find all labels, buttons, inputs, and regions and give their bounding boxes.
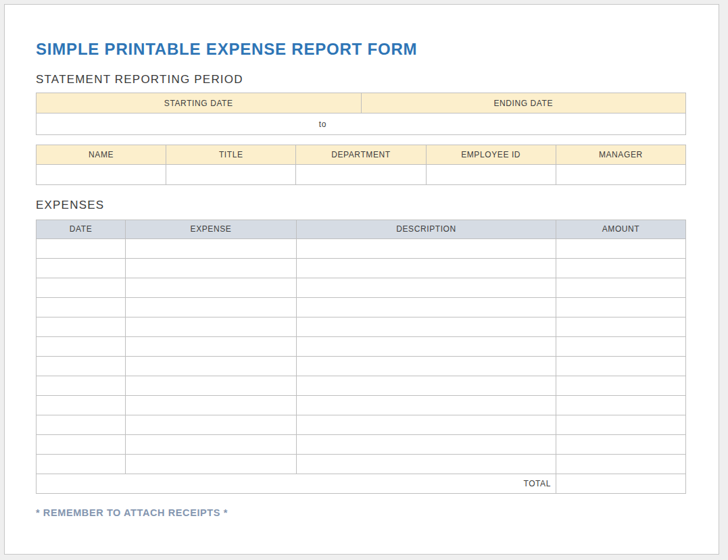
expense-cell[interactable] xyxy=(297,336,556,356)
name-header: NAME xyxy=(37,145,166,165)
expense-cell[interactable] xyxy=(556,415,686,434)
document-page: SIMPLE PRINTABLE EXPENSE REPORT FORM STA… xyxy=(4,4,719,555)
expense-cell[interactable] xyxy=(556,317,686,336)
total-label: TOTAL xyxy=(37,474,556,493)
document-content: SIMPLE PRINTABLE EXPENSE REPORT FORM STA… xyxy=(36,5,685,518)
expense-cell[interactable] xyxy=(126,376,297,395)
expense-cell[interactable] xyxy=(126,278,297,297)
expense-cell[interactable] xyxy=(37,278,126,297)
expense-row xyxy=(37,297,686,317)
expense-cell[interactable] xyxy=(297,434,556,454)
expense-cell[interactable] xyxy=(556,454,686,474)
expense-cell[interactable] xyxy=(556,278,686,297)
reporting-period-value-row: to xyxy=(37,113,686,135)
expense-row xyxy=(37,356,686,376)
page-title: SIMPLE PRINTABLE EXPENSE REPORT FORM xyxy=(36,41,685,57)
starting-date-header: STARTING DATE xyxy=(37,93,362,113)
department-header: DEPARTMENT xyxy=(296,145,426,165)
expense-cell[interactable] xyxy=(556,376,686,395)
expense-cell[interactable] xyxy=(556,356,686,376)
expenses-table: DATE EXPENSE DESCRIPTION AMOUNT TOTAL xyxy=(36,220,686,494)
total-row: TOTAL xyxy=(37,474,686,493)
expense-cell[interactable] xyxy=(556,395,686,415)
to-separator-label: to xyxy=(319,120,326,129)
expense-cell[interactable] xyxy=(37,297,126,317)
expense-row xyxy=(37,317,686,336)
reporting-period-header-row: STARTING DATE ENDING DATE xyxy=(37,93,686,113)
expense-cell[interactable] xyxy=(126,356,297,376)
expense-cell[interactable] xyxy=(297,238,556,258)
expense-cell[interactable] xyxy=(297,395,556,415)
reporting-period-value-cell[interactable]: to xyxy=(37,113,686,135)
title-header: TITLE xyxy=(166,145,296,165)
expense-rows xyxy=(37,238,686,474)
expense-cell[interactable] xyxy=(37,317,126,336)
viewport-background-strip xyxy=(0,555,728,560)
title-cell[interactable] xyxy=(166,165,296,185)
expense-cell[interactable] xyxy=(126,317,297,336)
expense-cell[interactable] xyxy=(126,415,297,434)
date-header: DATE xyxy=(37,220,126,238)
department-cell[interactable] xyxy=(296,165,426,185)
expense-cell[interactable] xyxy=(37,356,126,376)
expense-cell[interactable] xyxy=(556,336,686,356)
expense-cell[interactable] xyxy=(37,415,126,434)
expense-cell[interactable] xyxy=(126,454,297,474)
employee-info-value-row xyxy=(37,165,686,185)
amount-header: AMOUNT xyxy=(556,220,686,238)
expense-row xyxy=(37,258,686,278)
expense-cell[interactable] xyxy=(297,454,556,474)
expense-header: EXPENSE xyxy=(126,220,297,238)
expense-row xyxy=(37,415,686,434)
expense-cell[interactable] xyxy=(297,258,556,278)
employee-info-header-row: NAME TITLE DEPARTMENT EMPLOYEE ID MANAGE… xyxy=(37,145,686,165)
expense-cell[interactable] xyxy=(297,356,556,376)
expense-cell[interactable] xyxy=(37,238,126,258)
expense-row xyxy=(37,278,686,297)
employee-id-cell[interactable] xyxy=(426,165,556,185)
manager-cell[interactable] xyxy=(556,165,685,185)
expense-cell[interactable] xyxy=(126,336,297,356)
attach-receipts-note: * REMEMBER TO ATTACH RECEIPTS * xyxy=(36,508,685,518)
manager-header: MANAGER xyxy=(556,145,685,165)
expense-cell[interactable] xyxy=(297,415,556,434)
expense-cell[interactable] xyxy=(556,258,686,278)
expense-cell[interactable] xyxy=(556,434,686,454)
expense-row xyxy=(37,434,686,454)
expenses-heading: EXPENSES xyxy=(36,199,685,211)
expense-cell[interactable] xyxy=(37,395,126,415)
expense-row xyxy=(37,454,686,474)
expense-cell[interactable] xyxy=(126,395,297,415)
expense-cell[interactable] xyxy=(126,238,297,258)
employee-info-table: NAME TITLE DEPARTMENT EMPLOYEE ID MANAGE… xyxy=(36,145,686,185)
expense-cell[interactable] xyxy=(37,434,126,454)
expense-cell[interactable] xyxy=(37,258,126,278)
expense-cell[interactable] xyxy=(297,376,556,395)
total-amount-cell[interactable] xyxy=(556,474,686,493)
expense-row xyxy=(37,395,686,415)
expense-cell[interactable] xyxy=(126,434,297,454)
expense-cell[interactable] xyxy=(37,376,126,395)
employee-id-header: EMPLOYEE ID xyxy=(426,145,556,165)
expense-cell[interactable] xyxy=(556,297,686,317)
expense-cell[interactable] xyxy=(297,317,556,336)
expense-cell[interactable] xyxy=(126,297,297,317)
name-cell[interactable] xyxy=(37,165,166,185)
expense-row xyxy=(37,336,686,356)
expenses-header-row: DATE EXPENSE DESCRIPTION AMOUNT xyxy=(37,220,686,238)
expense-row xyxy=(37,376,686,395)
ending-date-header: ENDING DATE xyxy=(361,93,686,113)
description-header: DESCRIPTION xyxy=(297,220,556,238)
expense-cell[interactable] xyxy=(556,238,686,258)
expense-cell[interactable] xyxy=(37,454,126,474)
expense-cell[interactable] xyxy=(297,278,556,297)
expense-cell[interactable] xyxy=(297,297,556,317)
expense-cell[interactable] xyxy=(37,336,126,356)
expense-cell[interactable] xyxy=(126,258,297,278)
reporting-period-table: STARTING DATE ENDING DATE to xyxy=(36,93,686,135)
reporting-period-heading: STATEMENT REPORTING PERIOD xyxy=(36,74,685,86)
expense-row xyxy=(37,238,686,258)
